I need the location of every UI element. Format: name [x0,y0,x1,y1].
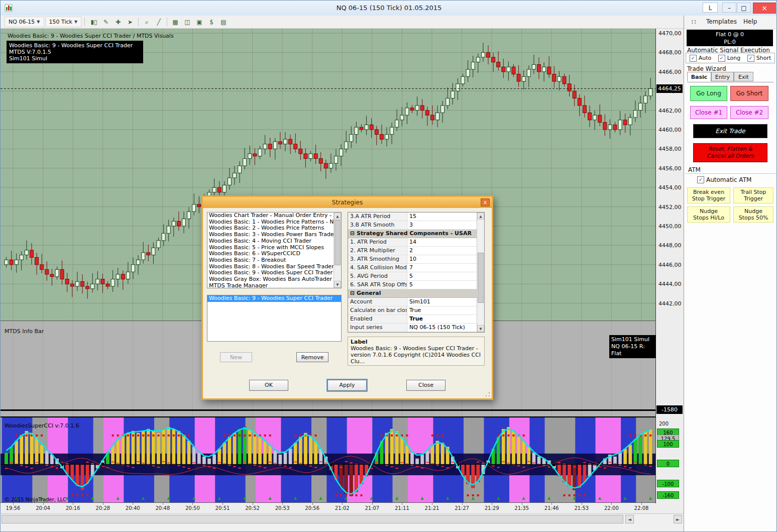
instrument-selector[interactable]: NQ 06-15 ▼ [5,17,44,27]
drag-grip-icon[interactable]: :: [691,18,697,25]
property-value[interactable]: 2 [407,247,484,255]
strategy-list-item[interactable]: Woodies Basic: 4 - Moving CCI Trader [207,238,341,245]
zoom-icon[interactable]: ⌕ [141,17,153,27]
scrollbar-thumb[interactable] [478,253,484,303]
interval-selector[interactable]: 150 Tick ▼ [45,17,82,27]
market-grid-icon[interactable]: ▤ [217,17,230,27]
scroll-down-icon[interactable]: ▼ [477,325,484,332]
property-value[interactable]: True [407,315,484,323]
property-group-row[interactable]: ⊟ Strategy Shared Components - USAR [348,230,484,238]
measure-icon[interactable]: ╱ [153,17,165,27]
property-row[interactable]: 3.B ATR Smooth3 [348,221,484,230]
maximize-button[interactable]: □ [737,3,751,13]
strategy-list-item[interactable]: Woodies Chart Trader - Manual Order Entr… [207,212,341,219]
property-value[interactable]: True [407,306,484,314]
property-row[interactable]: 2. ATR Multiplier2 [348,247,484,255]
strategy-list-item[interactable]: Woodies Basic: 3 - Woodies Power Bars Tr… [207,232,341,238]
scrollbar-thumb[interactable] [2,515,623,523]
property-row[interactable]: 6. SAR ATR Stop Offse5 [348,281,484,289]
selected-strategy-item[interactable]: Woodies Basic: 9 - Woodies Super CCI Tra… [207,295,341,302]
property-value[interactable]: 14 [407,238,484,246]
title-bar[interactable]: NQ 06-15 (150 Tick) 01.05.2015 L – □ × [1,1,777,16]
property-value[interactable]: 10 [407,255,484,263]
property-name: 1. ATR Period [348,238,407,246]
tab-basic[interactable]: Basic [687,72,711,81]
close1-button[interactable]: Close #1 [690,106,727,119]
reset-flatten-button[interactable]: Reset, Flatten & Cancel all Orders [693,143,767,162]
data-box-icon[interactable]: ▦ [169,17,181,27]
scroll-up-icon[interactable]: ▲ [477,212,484,220]
price-axis[interactable]: 4470,004468,004466,004464,004462,004460,… [656,29,684,513]
property-value[interactable]: Sim101 [407,298,484,306]
property-row[interactable]: 1. ATR Period14 [348,238,484,247]
strategy-dollar-icon[interactable]: $ [205,17,217,27]
trail-stop-button[interactable]: Trail StopTrigger [733,187,773,203]
auto-checkbox[interactable]: ✓Auto [690,55,712,62]
property-row[interactable]: Input seriesNQ 06-15 (150 Tick) [348,324,484,332]
cci-indicator-panel[interactable]: WoodiesSuperCCI v:7.0.1.6 © 2015 NinjaTr… [1,416,656,503]
dialog-title-bar[interactable]: Strategies x [203,197,492,208]
automatic-atm-checkbox[interactable]: ✓ Automatic ATM [697,176,751,183]
snapshot-icon[interactable]: ▣ [193,17,205,27]
nudge-hilo-button[interactable]: NudgeStops Hi/Lo [687,206,730,223]
cursor-add-icon[interactable]: ✚ [112,17,124,27]
property-row[interactable]: Calculate on bar closeTrue [348,306,484,315]
bar-style-icon[interactable]: ▮▯ [88,17,100,27]
dialog-close-icon[interactable]: x [481,198,490,206]
scroll-left-arrow[interactable]: ◄ [625,515,634,523]
scroll-down-icon[interactable]: ▼ [334,281,341,288]
remove-button[interactable]: Remove [296,352,328,362]
property-row[interactable]: 3.A ATR Period15 [348,212,484,221]
property-row[interactable]: LabelWoodies Basic: 9 - W▾ [348,332,484,333]
property-value[interactable]: 5 [407,281,484,289]
menu-help[interactable]: Help [743,18,757,25]
property-value[interactable]: NQ 06-15 (150 Tick) [407,324,484,332]
property-value[interactable]: 5 [407,272,484,280]
scroll-up-icon[interactable]: ▲ [334,212,341,220]
close-dialog-button[interactable]: Close [406,380,446,391]
exit-trade-button[interactable]: Exit Trade [693,124,767,138]
tab-entry[interactable]: Entry [711,72,734,81]
apply-button[interactable]: Apply [327,380,367,391]
minimize-button[interactable]: – [722,3,736,13]
strategy-list-item[interactable]: Woodies Gray Box: Woodies Bars AutoTrade… [207,276,341,283]
long-checkbox[interactable]: ✓Long [718,55,741,62]
property-row[interactable]: 5. AVG Period5 [348,272,484,281]
tab-exit[interactable]: Exit [734,72,753,81]
property-value[interactable]: 15 [407,212,484,221]
cursor-icon[interactable]: ➤ [124,17,136,27]
go-short-button[interactable]: Go Short [730,86,768,101]
property-group-row[interactable]: ⊟ General [348,289,484,298]
available-strategies-list[interactable]: ▲ ▼ Woodies Chart Trader - Manual Order … [207,212,342,288]
property-row[interactable]: 4. SAR Collision Mode7 [348,264,484,272]
go-long-button[interactable]: Go Long [690,86,727,101]
list-scrollbar[interactable]: ▲ ▼ [334,212,341,288]
close-button[interactable]: × [753,3,776,14]
new-button[interactable]: New [220,352,252,362]
drawing-tools-icon[interactable]: ✎ [100,17,112,27]
short-checkbox[interactable]: ✓Short [747,55,771,62]
property-row[interactable]: 3. ATR Smoothing10 [348,255,484,264]
strategy-list-item[interactable]: Woodies Basic: 7 - Breakout [207,257,341,264]
property-value[interactable]: 3 [407,221,484,229]
scrollbar-thumb[interactable] [335,220,341,265]
property-row[interactable]: EnabledTrue [348,315,484,324]
strategy-list-item[interactable]: MTDS Trade Manager [207,283,341,288]
grid-scrollbar[interactable]: ▲ ▼ [477,212,484,332]
ok-button[interactable]: OK [249,380,288,391]
scroll-right-arrow[interactable]: ► [674,515,682,523]
horizontal-scrollbar[interactable]: ◄ ► [1,513,684,525]
close2-button[interactable]: Close #2 [730,106,768,119]
chart-window-icon[interactable]: ◫ [181,17,193,27]
dropdown-arrow-icon[interactable]: ▾ [468,332,476,333]
property-value[interactable]: 7 [407,264,484,272]
property-value[interactable]: Woodies Basic: 9 - W▾ [407,332,484,333]
layout-button[interactable]: L [703,3,718,13]
resize-grip[interactable] [485,391,491,397]
menu-templates[interactable]: Templates [706,18,737,25]
property-row[interactable]: AccountSim101 [348,298,484,306]
property-grid[interactable]: ▲ ▼ 3.A ATR Period153.B ATR Smooth3⊟ Str… [348,212,485,333]
nudge-50-button[interactable]: NudgeStops 50% [733,206,773,223]
break-even-stop-button[interactable]: Break evenStop Trigger [687,187,730,203]
selected-strategies-list[interactable]: Woodies Basic: 9 - Woodies Super CCI Tra… [207,295,342,342]
